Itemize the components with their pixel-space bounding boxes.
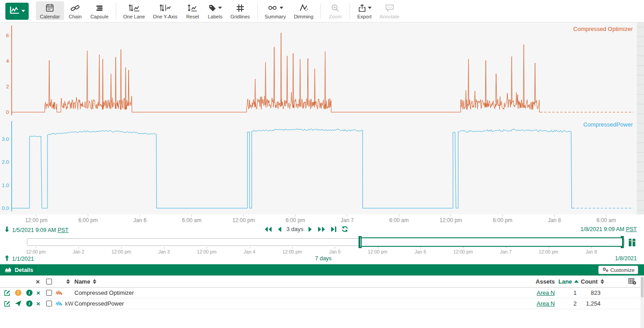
name-column-header[interactable]: Name (74, 276, 90, 287)
table-row[interactable]: !i×Compressed OptimizerArea N1823 (0, 288, 644, 298)
area-chart-icon (4, 266, 12, 274)
investigate-duration[interactable]: 7 days (315, 255, 332, 262)
svg-text:1.0: 1.0 (2, 183, 9, 188)
sort-type-icon[interactable] (66, 279, 70, 284)
item-asset-link[interactable]: Area N (537, 289, 555, 296)
timebar-tick (335, 247, 335, 249)
display-range-end[interactable]: 1/8/2021 9:09 AM PST (580, 226, 637, 232)
info-icon[interactable]: i (26, 298, 33, 309)
range-start-timezone[interactable]: PST (57, 227, 68, 233)
export-button[interactable]: Export (353, 1, 376, 20)
step-to-end-icon[interactable] (331, 226, 337, 232)
gridlines-button[interactable]: Gridlines (226, 1, 254, 20)
caret-down-icon (368, 7, 372, 9)
range-end-timezone[interactable]: PST (626, 226, 637, 232)
timebar-label: 12:00 pm (282, 249, 302, 254)
item-checkbox[interactable] (46, 298, 52, 309)
remove-item-icon[interactable]: × (36, 288, 40, 298)
item-name[interactable]: CompressedPower (74, 298, 124, 309)
timebar-right-handle[interactable] (621, 236, 624, 248)
svg-text:6:00 pm: 6:00 pm (493, 217, 512, 223)
item-checkbox[interactable] (46, 288, 52, 298)
svg-text:0: 0 (6, 109, 9, 115)
toolbar-button-label: Export (357, 14, 372, 19)
count-column-header[interactable]: Count (581, 276, 598, 287)
timebar-label: 12:00 pm (453, 249, 473, 254)
export-icon (358, 3, 372, 13)
item-name[interactable]: Compressed Optimizer (74, 288, 134, 298)
dimming-button[interactable]: Dimming (290, 1, 317, 20)
sort-name-icon[interactable] (93, 279, 96, 284)
timebar-tick (591, 247, 592, 249)
range-end-text: 1/8/2021 9:09 AM (580, 226, 624, 232)
sort-count-icon[interactable] (601, 279, 604, 284)
step-back-full-icon[interactable] (264, 226, 272, 232)
select-all-checkbox[interactable] (46, 279, 52, 284)
svg-text:4: 4 (6, 58, 9, 64)
investigate-end-text[interactable]: 1/8/2021 (615, 255, 637, 262)
toolbar-button-label: Calendar (40, 14, 60, 19)
svg-text:6:00 am: 6:00 am (182, 217, 201, 223)
timebar-selected-region[interactable] (361, 237, 623, 247)
customize-button[interactable]: Customize (598, 266, 638, 274)
svg-text:6:00 pm: 6:00 pm (285, 217, 305, 223)
send-icon[interactable] (15, 298, 22, 309)
timebar-label: Jan 5 (329, 249, 341, 254)
range-duration[interactable]: 3 days (286, 226, 303, 232)
chart-right-scrollbar[interactable] (637, 22, 644, 214)
seeq-workbench: { "colors": { "brand_green": "#00845c", … (0, 0, 644, 328)
investigate-start[interactable]: 1/1/2021 (4, 255, 34, 262)
lane-1-label[interactable]: Compressed Optimizer (573, 26, 633, 32)
step-forward-full-icon[interactable] (318, 226, 326, 232)
refresh-icon[interactable] (341, 226, 348, 232)
toolbar-button-label: Reset (186, 14, 199, 19)
svg-text:Jan 7: Jan 7 (341, 217, 354, 223)
svg-text:i: i (29, 290, 30, 295)
step-back-half-icon[interactable] (277, 226, 281, 232)
timebar-tick (164, 247, 164, 249)
summary-button[interactable]: Summary (261, 1, 290, 20)
calendar-icon (45, 3, 54, 13)
one-lane-button[interactable]: One Lane (119, 1, 149, 20)
toolbar-button-label: Annotate (380, 14, 399, 19)
one-y-axis-button[interactable]: One Y-Axis (149, 1, 181, 20)
toolbar-buttons: CalendarChainCapsuleOne LaneOne Y-AxisRe… (36, 0, 403, 22)
sort-lane-asc-icon[interactable] (574, 280, 579, 283)
add-column-icon[interactable] (628, 276, 636, 287)
timebar-label: Jan 8 (585, 249, 597, 254)
details-vertical-scrollbar[interactable] (640, 276, 644, 328)
signal-orange-icon (56, 288, 63, 298)
table-row[interactable]: i×kWCompressedPowerArea N21,254 (0, 298, 644, 309)
toolbar-button-label: Summary (265, 14, 286, 19)
timebar-lanes-icon[interactable] (628, 238, 636, 249)
one-y-axis-icon (159, 3, 171, 13)
toolbar-separator (350, 3, 350, 19)
step-forward-half-icon[interactable] (308, 226, 313, 232)
timebar-left-handle[interactable] (359, 236, 362, 248)
worksheet-view-dropdown-button[interactable] (5, 3, 29, 20)
reset-button[interactable]: Reset (182, 1, 204, 20)
chain-button[interactable]: Chain (64, 1, 86, 20)
trend-chart[interactable]: 12:00 pm6:00 pmJan 66:00 am12:00 pm6:00 … (0, 22, 644, 224)
calendar-button[interactable]: Calendar (36, 1, 64, 20)
warning-icon[interactable]: ! (15, 288, 22, 298)
lane-2-label[interactable]: CompressedPower (583, 121, 633, 128)
display-range-start[interactable]: 1/5/2021 9:09 AM PST (4, 226, 69, 234)
item-unit: kW (65, 298, 73, 309)
toolbar-button-label: Gridlines (230, 14, 250, 19)
timebar-tick (250, 247, 250, 249)
toolbar-separator (320, 3, 321, 19)
edit-item-icon[interactable] (4, 288, 11, 298)
lane-column-header[interactable]: Lane (558, 276, 572, 287)
svg-text:3.0: 3.0 (2, 136, 9, 142)
item-asset-link[interactable]: Area N (537, 300, 555, 307)
remove-all-icon[interactable]: × (36, 276, 40, 287)
labels-button[interactable]: Labels (204, 1, 226, 20)
edit-item-icon[interactable] (4, 298, 11, 309)
info-icon[interactable]: i (26, 288, 33, 298)
toolbar-button-label: Dimming (294, 14, 313, 19)
capsule-button[interactable]: Capsule (86, 1, 112, 20)
investigate-start-text: 1/1/2021 (12, 256, 34, 262)
remove-item-icon[interactable]: × (36, 298, 40, 309)
assets-column-header[interactable]: Assets (529, 276, 555, 287)
